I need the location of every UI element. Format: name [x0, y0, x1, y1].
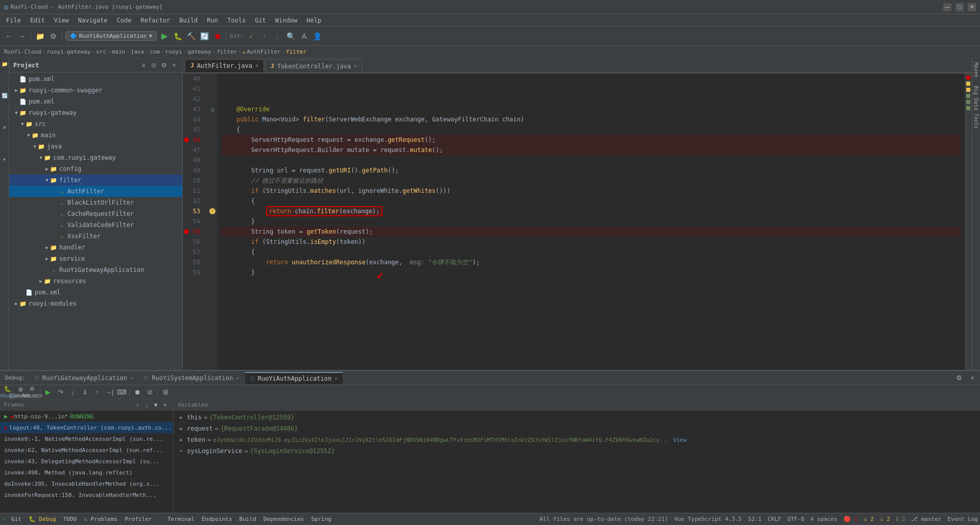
- tree-filter-folder[interactable]: ▼ 📁 filter: [9, 174, 182, 186]
- frames-up-button[interactable]: ↑: [133, 401, 141, 409]
- bc-ruoyi[interactable]: ruoyi: [165, 48, 182, 55]
- view-breakpoints-button[interactable]: ⏺: [132, 387, 143, 398]
- profile-button[interactable]: 👤: [312, 31, 323, 42]
- var-sls-expand[interactable]: ∞: [178, 447, 185, 455]
- translate-button[interactable]: A: [299, 31, 310, 42]
- close-panel-button[interactable]: ×: [170, 61, 178, 69]
- step-into-button[interactable]: ↓: [67, 387, 78, 398]
- evaluate-button[interactable]: ⌨: [116, 387, 127, 398]
- bottom-tab-dependencies[interactable]: Dependencies: [260, 516, 307, 522]
- token-controller-tab-close[interactable]: ×: [354, 63, 357, 69]
- menu-run[interactable]: Run: [203, 16, 222, 25]
- menu-window[interactable]: Window: [271, 16, 301, 25]
- bottom-tab-endpoints[interactable]: Endpoints: [199, 516, 235, 522]
- tree-main[interactable]: ▼ 📁 main: [9, 130, 182, 141]
- bc-gateway[interactable]: ruoyi-gateway: [46, 48, 90, 55]
- frame-5[interactable]: doInvoke:205, InvocableHandlerMethod (or…: [0, 478, 173, 489]
- tree-pom-xml-1[interactable]: 📄 pom.xml: [9, 73, 182, 85]
- bc-java[interactable]: java: [131, 48, 145, 55]
- run-button[interactable]: ▶: [159, 31, 170, 42]
- bottom-tab-problems[interactable]: ⚠ Problems: [81, 516, 121, 522]
- bottom-tab-build[interactable]: Build: [236, 516, 259, 522]
- frame-3[interactable]: invoke:43, DelegatingMethodAccessorImpl …: [0, 456, 173, 467]
- var-token[interactable]: ▶ token = eJyhbGciOiJIUzUxMiJ9.eyJ1c2VyX…: [174, 434, 980, 445]
- big-data-tools-label[interactable]: Big Data Tools: [972, 82, 980, 133]
- menu-build[interactable]: Build: [175, 16, 202, 25]
- debug-tab-auth[interactable]: ⬡ RuoYiAuthApplication ×: [245, 372, 343, 384]
- back-button[interactable]: ←: [3, 31, 14, 42]
- event-log-button[interactable]: Event Log: [947, 516, 978, 522]
- collapse-all-button[interactable]: ≡: [139, 61, 148, 69]
- bc-gateway2[interactable]: gateway: [187, 48, 211, 55]
- settings-button[interactable]: ⚙: [47, 31, 59, 42]
- sync-button[interactable]: 🔄: [199, 31, 210, 42]
- close-button[interactable]: ✕: [968, 3, 976, 11]
- structure-icon[interactable]: ≡: [1, 123, 8, 131]
- tab-auth-filter[interactable]: J AuthFilter.java ×: [185, 59, 264, 72]
- view-link[interactable]: View: [673, 437, 687, 443]
- bc-filter-method[interactable]: filter: [286, 48, 306, 55]
- debug-tab-gateway[interactable]: ⬡ RuoYiGatewayApplication ×: [30, 372, 138, 384]
- tree-modules[interactable]: ▶ 📁 ruoyi-modules: [9, 298, 182, 309]
- project-settings-button[interactable]: ⚙: [160, 61, 168, 69]
- run-to-cursor-button[interactable]: →|: [104, 387, 115, 398]
- code-content[interactable]: @Override public Mono<Void> filter(Serve…: [218, 73, 965, 370]
- menu-file[interactable]: File: [2, 16, 25, 25]
- auth-debug-close[interactable]: ×: [334, 376, 337, 381]
- system-debug-close[interactable]: ×: [236, 376, 238, 381]
- frame-6[interactable]: invokeForRequest:150, InvocableHandlerMe…: [0, 489, 173, 501]
- menu-navigate[interactable]: Navigate: [74, 16, 112, 25]
- bottom-tab-spring[interactable]: Spring: [308, 516, 334, 522]
- scroll-to-source-button[interactable]: ⊙: [150, 61, 158, 69]
- var-this[interactable]: ▶ this = {TokenController@12559}: [174, 412, 980, 423]
- maximize-button[interactable]: □: [955, 3, 964, 11]
- menu-git[interactable]: Git: [251, 16, 270, 25]
- tree-service[interactable]: ▶ 📁 service: [9, 253, 182, 264]
- maven-label[interactable]: Maven: [972, 58, 980, 82]
- menu-view[interactable]: View: [50, 16, 73, 25]
- menu-help[interactable]: Help: [302, 16, 325, 25]
- tree-config[interactable]: ▶ 📁 config: [9, 163, 182, 174]
- var-sys-login-service[interactable]: ∞ sysLoginService = {SysLoginService@125…: [174, 445, 980, 457]
- frames-down-button[interactable]: ↓: [142, 401, 151, 409]
- bc-com[interactable]: com: [150, 48, 160, 55]
- tab-token-controller[interactable]: J TokenController.java ×: [265, 59, 363, 72]
- tree-gateway[interactable]: ▼ 📁 ruoyi-gateway: [9, 107, 182, 118]
- tree-validate-filter[interactable]: ☕ ValidateCodeFilter: [9, 219, 182, 231]
- git-commit-button[interactable]: ✓: [246, 31, 257, 42]
- tree-pom-gateway[interactable]: 📄 pom.xml: [9, 287, 182, 298]
- bc-src[interactable]: src: [96, 48, 106, 55]
- tree-resources[interactable]: ▶ 📁 resources: [9, 276, 182, 287]
- favorites-icon[interactable]: ★: [1, 155, 8, 162]
- frame-2[interactable]: invoke:62, NativeMethodAccessorImpl (sun…: [0, 444, 173, 456]
- tree-auth-filter[interactable]: ☕ AuthFilter: [9, 186, 182, 197]
- var-request-expand[interactable]: ▶: [178, 425, 185, 432]
- frames-filter-button[interactable]: ▼: [152, 401, 160, 409]
- commit-icon[interactable]: 🔃: [1, 92, 8, 99]
- step-over-button[interactable]: ↷: [55, 387, 66, 398]
- tree-blacklist-filter[interactable]: ☕ BlackListUrlFilter: [9, 197, 182, 208]
- bc-filter[interactable]: filter: [217, 48, 237, 55]
- tree-src[interactable]: ▼ 📁 src: [9, 118, 182, 130]
- var-token-expand[interactable]: ▶: [178, 436, 185, 443]
- tree-gateway-app[interactable]: ☕ RuoYiGatewayApplication: [9, 264, 182, 276]
- tree-common-swagger[interactable]: ▶ 📁 ruoyi-common-swagger: [9, 85, 182, 96]
- project-icon[interactable]: 📁: [1, 60, 8, 67]
- menu-edit[interactable]: Edit: [26, 16, 49, 25]
- debug-button[interactable]: 🐛: [172, 31, 183, 42]
- bottom-tab-debug[interactable]: 🐛 Debug: [26, 516, 59, 522]
- tree-xss-filter[interactable]: ☕ XssFilter: [9, 231, 182, 242]
- bottom-tab-terminal[interactable]: Terminal: [164, 516, 198, 522]
- bc-ruoyi-cloud[interactable]: RuoYi-Cloud: [4, 48, 41, 55]
- tree-java[interactable]: ▼ 📁 java: [9, 141, 182, 152]
- bottom-tab-git[interactable]: Git: [8, 516, 25, 522]
- git-pull-button[interactable]: ↓: [272, 31, 283, 42]
- tree-handler[interactable]: ▶ 📁 handler: [9, 242, 182, 253]
- var-request[interactable]: ▶ request = {RequestFacade@14886}: [174, 423, 980, 434]
- frame-1[interactable]: invoke0:-1, NativeMethodAccessorImpl (su…: [0, 433, 173, 444]
- debug-tab-system[interactable]: ⬡ RuoYiSystemApplication ×: [139, 372, 244, 384]
- minimize-button[interactable]: —: [943, 3, 951, 11]
- frames-add-button[interactable]: +: [161, 401, 169, 409]
- debug-close-button[interactable]: ×: [967, 372, 978, 384]
- run-configuration-selector[interactable]: 🔷 RuoYiAuthApplication ▼: [65, 31, 157, 41]
